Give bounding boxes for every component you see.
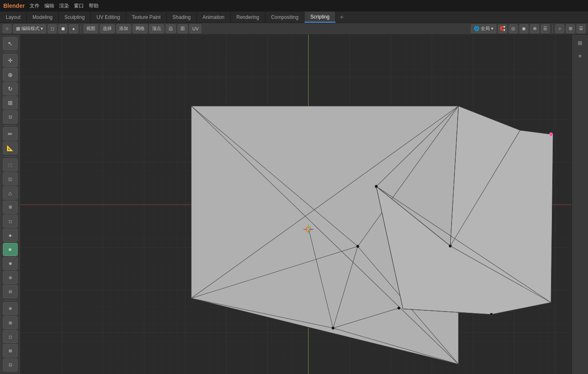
uv-menu[interactable]: UV (189, 24, 201, 33)
sep1 (81, 25, 81, 33)
tool-knife[interactable]: ◻ (3, 215, 18, 228)
sep2 (552, 25, 553, 33)
tool-smooth[interactable]: ⊛ (3, 271, 18, 284)
tool-transform[interactable]: ⊡ (3, 110, 18, 123)
vertex-menu[interactable]: 顶点 (149, 24, 164, 33)
tab-scripting[interactable]: Scripting (304, 12, 336, 23)
tool-bisect[interactable]: ◈ (3, 229, 18, 242)
tool-poly-build[interactable]: ◉ (3, 243, 18, 256)
viewport[interactable]: Top Orthographic (局部) (1) Plane (21, 35, 572, 374)
mesh-menu[interactable]: 网格 (133, 24, 148, 33)
menu-file[interactable]: 文件 (30, 2, 39, 9)
tool-annotate[interactable]: ✏ (3, 127, 18, 140)
vertex-4 (397, 307, 400, 309)
tool-sep4 (4, 300, 16, 300)
vertex-3 (332, 327, 334, 330)
tool-shrink[interactable]: ⊕ (3, 302, 18, 315)
material-toggle[interactable]: ● (69, 24, 78, 33)
tab-add-button[interactable]: + (336, 12, 348, 23)
snap-btn[interactable]: 🧲 (498, 24, 507, 33)
proportional2-btn[interactable]: ◉ (519, 24, 528, 33)
view-menu[interactable]: 视图 (83, 24, 98, 33)
mode-icon: ▦ (16, 26, 20, 31)
tab-layout[interactable]: Layout (0, 12, 27, 23)
wireframe-toggle[interactable]: ◻ (48, 24, 57, 33)
tool-spin[interactable]: ✾ (3, 257, 18, 270)
vertex-1 (375, 185, 378, 188)
vertex-2 (356, 245, 359, 248)
tool-measure[interactable]: 📐 (3, 141, 18, 155)
properties-btn[interactable]: ≡ (574, 50, 586, 62)
workspace-tabs: Layout Modeling Sculpting UV Editing Tex… (0, 12, 588, 23)
tool-shear[interactable]: ◻ (3, 330, 18, 343)
tool-push-pull[interactable]: ⊞ (3, 316, 18, 329)
main-layout: ↖ ✛ ⊕ ↻ ⊞ ⊡ ✏ 📐 ⬚ ◫ ⌂ ⊞ ◻ ◈ ◉ ✾ ⊛ ⊟ ⊕ ⊞ … (0, 35, 588, 374)
tool-sep3 (4, 156, 16, 157)
right-panel: ⊞ ≡ (572, 35, 588, 374)
vertex-5 (449, 245, 452, 247)
mode-dropdown-icon: ▾ (41, 26, 43, 31)
solid-toggle[interactable]: ◼ (58, 24, 67, 33)
tab-sculpting[interactable]: Sculpting (59, 12, 91, 23)
tab-rendering[interactable]: Rendering (231, 12, 265, 23)
face-menu[interactable]: 面 (178, 24, 188, 33)
left-toolbar: ↖ ✛ ⊕ ↻ ⊞ ⊡ ✏ 📐 ⬚ ◫ ⌂ ⊞ ◻ ◈ ◉ ✾ ⊛ ⊟ ⊕ ⊞ … (0, 35, 21, 374)
tool-cursor[interactable]: ✛ (3, 54, 18, 67)
tool-move[interactable]: ⊕ (3, 68, 18, 81)
vertex-6 (490, 313, 493, 316)
tool-inset[interactable]: ◫ (3, 172, 18, 185)
add-menu[interactable]: 添加 (116, 24, 131, 33)
tab-shading[interactable]: Shading (167, 12, 197, 23)
overlay-btn[interactable]: ⊕ (530, 24, 539, 33)
tool-edge-slide[interactable]: ⊟ (3, 285, 18, 298)
tab-animation[interactable]: Animation (197, 12, 231, 23)
tool-to-sphere[interactable]: ⊠ (3, 344, 18, 357)
viewport-svg (21, 35, 572, 374)
viewport-gizmo-btn[interactable]: ⊹ (2, 24, 12, 33)
gizmo-btn-right[interactable]: ⊹ (555, 24, 564, 33)
tab-texture-paint[interactable]: Texture Paint (126, 12, 167, 23)
selected-vertex (549, 133, 553, 136)
global-label: 全局 (481, 25, 490, 32)
tab-compositing[interactable]: Compositing (265, 12, 305, 23)
proportional-btn[interactable]: ◎ (509, 24, 518, 33)
global-icon: 🌐 (474, 26, 480, 31)
tool-rip[interactable]: ⊡ (3, 358, 18, 372)
menu-edit[interactable]: 编辑 (44, 2, 54, 9)
menu-render[interactable]: 渲染 (59, 2, 69, 9)
tool-rotate[interactable]: ↻ (3, 82, 18, 95)
menu-bar: 文件 编辑 渲染 窗口 帮助 (30, 2, 99, 9)
sidebar-toggle[interactable]: ☰ (576, 24, 586, 33)
header-toolbar: ⊹ ▦ 编辑模式 ▾ ◻ ◼ ● 视图 选择 添加 网格 顶点 边 面 UV 🌐… (0, 23, 588, 35)
tool-select[interactable]: ↖ (3, 37, 18, 50)
tab-uv-editing[interactable]: UV Editing (91, 12, 126, 23)
global-selector[interactable]: 🌐 全局 ▾ (471, 24, 496, 33)
app-logo: Blender (3, 2, 25, 9)
title-bar: Blender 文件 编辑 渲染 窗口 帮助 (0, 0, 588, 12)
mode-label: 编辑模式 (21, 25, 39, 32)
tool-extrude[interactable]: ⬚ (3, 158, 18, 171)
menu-window[interactable]: 窗口 (74, 2, 84, 9)
outliner-btn[interactable]: ⊞ (574, 37, 586, 48)
tab-modeling[interactable]: Modeling (27, 12, 59, 23)
viewport-shading-btn[interactable]: ⊞ (566, 24, 575, 33)
mode-selector[interactable]: ▦ 编辑模式 ▾ (13, 24, 46, 33)
tool-bevel[interactable]: ⌂ (3, 186, 18, 199)
tool-sep2 (4, 125, 16, 126)
menu-help[interactable]: 帮助 (89, 2, 99, 9)
select-menu[interactable]: 选择 (100, 24, 115, 33)
tool-loop-cut[interactable]: ⊞ (3, 201, 18, 214)
tool-scale[interactable]: ⊞ (3, 96, 18, 109)
tool-sep1 (4, 52, 16, 52)
edge-menu[interactable]: 边 (166, 24, 176, 33)
global-dropdown: ▾ (491, 26, 493, 31)
xray-btn[interactable]: ☰ (541, 24, 550, 33)
